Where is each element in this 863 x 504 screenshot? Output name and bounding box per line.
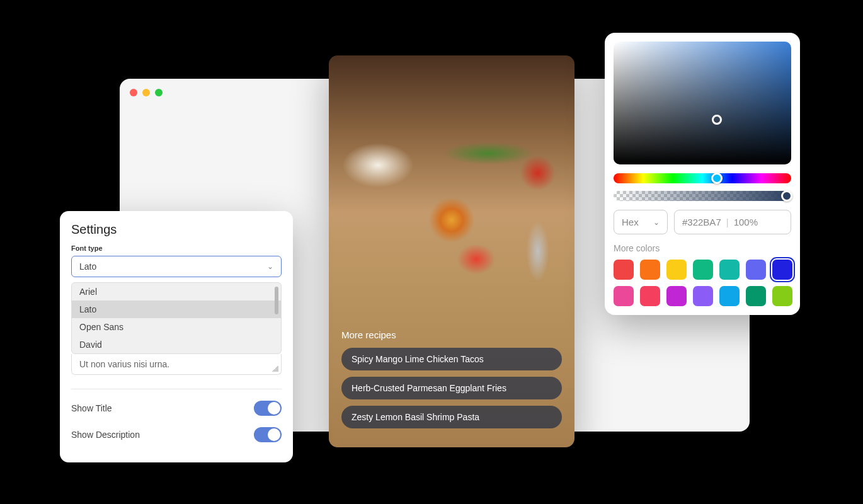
show-title-toggle[interactable]	[254, 401, 282, 416]
color-cursor-icon[interactable]	[712, 115, 722, 125]
color-swatch[interactable]	[666, 260, 687, 280]
font-option[interactable]: Open Sans	[72, 318, 281, 336]
saturation-brightness-area[interactable]	[614, 42, 791, 164]
font-option[interactable]: Ariel	[72, 283, 281, 301]
maximize-window-icon[interactable]	[155, 89, 163, 96]
show-description-label: Show Description	[71, 430, 140, 440]
font-dropdown-list: Ariel Lato Open Sans David	[71, 282, 282, 354]
alpha-slider[interactable]	[614, 191, 791, 201]
hue-handle-icon[interactable]	[711, 173, 723, 184]
settings-title: Settings	[71, 222, 282, 237]
hex-input[interactable]: #322BA7 | 100%	[674, 210, 791, 234]
color-swatch[interactable]	[772, 286, 792, 306]
close-window-icon[interactable]	[130, 89, 137, 96]
resize-handle-icon[interactable]	[272, 365, 278, 372]
color-swatch[interactable]	[666, 286, 687, 306]
show-title-label: Show Title	[71, 403, 112, 413]
recipe-chip[interactable]: Zesty Lemon Basil Shrimp Pasta	[341, 406, 562, 428]
font-type-value: Lato	[79, 261, 96, 272]
alpha-handle-icon[interactable]	[781, 190, 792, 202]
color-swatch[interactable]	[746, 260, 766, 280]
color-swatch[interactable]	[719, 286, 740, 306]
color-swatch[interactable]	[640, 286, 660, 306]
color-swatch[interactable]	[746, 286, 766, 306]
more-recipes-heading: More recipes	[341, 329, 562, 340]
color-format-select[interactable]: Hex ⌄	[614, 210, 668, 234]
color-swatch[interactable]	[640, 260, 660, 280]
color-format-value: Hex	[622, 217, 639, 227]
divider: |	[726, 217, 729, 227]
color-swatch[interactable]	[693, 260, 713, 280]
opacity-value: 100%	[734, 217, 758, 227]
divider	[71, 389, 282, 389]
font-option[interactable]: David	[72, 336, 281, 353]
color-swatch[interactable]	[614, 286, 634, 306]
scrollbar[interactable]	[275, 287, 278, 314]
color-swatch[interactable]	[772, 260, 792, 280]
color-swatch[interactable]	[693, 286, 713, 306]
more-colors-label: More colors	[614, 243, 791, 253]
font-type-select[interactable]: Lato ⌄	[71, 256, 282, 277]
recipe-chip[interactable]: Spicy Mango Lime Chicken Tacos	[341, 348, 562, 370]
font-type-label: Font type	[71, 244, 282, 252]
font-option[interactable]: Lato	[72, 301, 281, 318]
text-input[interactable]: Ut non varius nisi urna.	[71, 354, 282, 375]
chevron-down-icon: ⌄	[653, 218, 660, 227]
minimize-window-icon[interactable]	[142, 89, 150, 96]
recipe-chip[interactable]: Herb-Crusted Parmesan Eggplant Fries	[341, 377, 562, 399]
recipe-preview-card: More recipes Spicy Mango Lime Chicken Ta…	[329, 55, 574, 447]
hex-value: #322BA7	[682, 217, 721, 227]
show-description-toggle[interactable]	[254, 427, 282, 442]
hue-slider[interactable]	[614, 173, 791, 183]
color-swatch[interactable]	[614, 260, 634, 280]
color-swatch[interactable]	[719, 260, 740, 280]
chevron-down-icon: ⌄	[267, 262, 273, 271]
settings-panel: Settings Font type Lato ⌄ Ariel Lato Ope…	[60, 211, 293, 462]
color-picker-panel: Hex ⌄ #322BA7 | 100% More colors	[605, 33, 800, 315]
color-swatches	[614, 260, 791, 306]
